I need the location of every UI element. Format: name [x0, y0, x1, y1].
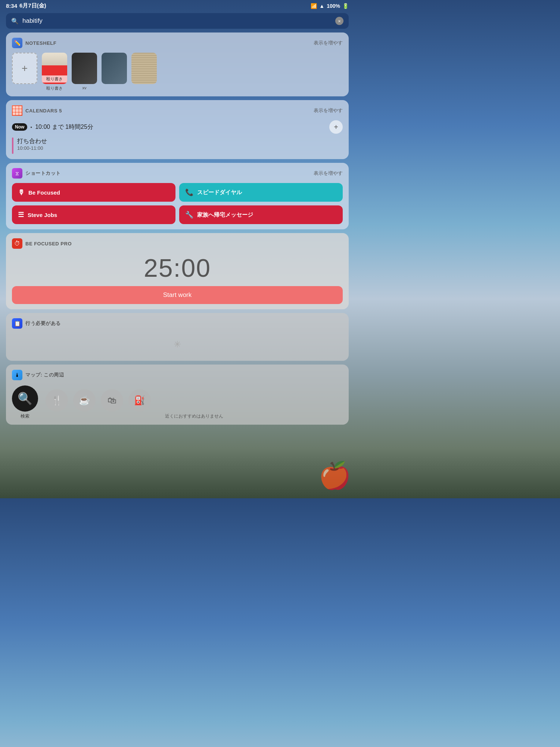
- calendars-widget: CALENDARS 5 表示を増やす Now ● 10:00 まで 1時間25分…: [6, 100, 349, 159]
- maps-category-icons: 🍴 ☕ 🛍 ⛽: [46, 389, 343, 412]
- status-left: 8:34 6月7日(金): [6, 2, 46, 9]
- event-details: 打ち合わせ 10:00-11:00: [17, 137, 47, 151]
- maps-cats-col: 🍴 ☕ 🛍 ⛽ 近くにおすすめはありません: [46, 389, 343, 419]
- shortcuts-icon: ⧖: [12, 168, 22, 179]
- maps-cat-food[interactable]: 🍴: [46, 389, 68, 412]
- habitify-header-left: 📋 行う必要がある: [12, 318, 61, 329]
- shortcut-button-4[interactable]: 🔧 家族へ帰宅メッセージ: [179, 205, 343, 224]
- start-work-button[interactable]: Start work: [12, 286, 343, 304]
- shortcut-icon-4: 🔧: [185, 211, 193, 219]
- status-bar: 8:34 6月7日(金) 📶 ▲ 100% 🔋: [0, 0, 355, 11]
- calendar-event: 打ち合わせ 10:00-11:00: [12, 137, 343, 154]
- book-label-1: 殴り書き: [42, 86, 67, 91]
- location-icon: ▲: [319, 3, 324, 9]
- now-badge: Now: [12, 123, 27, 131]
- noteshelf-title: NOTESHELF: [25, 40, 56, 46]
- noteshelf-book-3[interactable]: [102, 53, 127, 84]
- maps-search-label: 検索: [12, 413, 38, 419]
- maps-search-col: 🔍 検索: [12, 385, 38, 419]
- shortcut-label-3: Steve Jobs: [28, 212, 57, 218]
- search-clear-button[interactable]: ×: [335, 17, 343, 25]
- maps-icon: 🌡: [12, 370, 22, 380]
- shortcut-button-2[interactable]: 📞 スピードダイヤル: [179, 183, 343, 202]
- calendar-time-until: 10:00 まで 1時間25分: [35, 123, 93, 131]
- noteshelf-widget: ✏️ NOTESHELF 表示を増やす + 殴り書き 殴り書き xv: [6, 32, 349, 96]
- shortcut-icon-1: 🎙: [18, 189, 25, 196]
- maps-icons-row: 🔍 検索 🍴 ☕ 🛍 ⛽ 近くにおすすめはありません: [12, 385, 343, 419]
- noteshelf-header-left: ✏️ NOTESHELF: [12, 38, 56, 48]
- wifi-icon: 📶: [311, 3, 317, 9]
- noteshelf-icon: ✏️: [12, 38, 22, 48]
- noteshelf-book-1-label: 殴り書き: [42, 75, 67, 83]
- calendars-show-more[interactable]: 表示を増やす: [314, 107, 343, 114]
- calendars-header: CALENDARS 5 表示を増やす: [12, 105, 343, 116]
- noteshelf-book-2[interactable]: [72, 53, 97, 84]
- shortcuts-widget: ⧖ ショートカット 表示を増やす 🎙 Be Focused 📞 スピードダイヤル…: [6, 163, 349, 229]
- befocused-icon: ⏱: [12, 238, 22, 249]
- maps-cat-shopping[interactable]: 🛍: [101, 389, 123, 412]
- dot-separator: ●: [30, 125, 32, 129]
- shortcut-button-1[interactable]: 🎙 Be Focused: [12, 183, 175, 202]
- noteshelf-header: ✏️ NOTESHELF 表示を増やす: [12, 38, 343, 48]
- maps-cat-gas[interactable]: ⛽: [128, 389, 151, 412]
- shortcuts-header: ⧖ ショートカット 表示を増やす: [12, 168, 343, 179]
- event-time: 10:00-11:00: [17, 145, 47, 151]
- shortcut-icon-3: ☰: [18, 211, 24, 219]
- habitify-loading: ✳: [12, 333, 343, 356]
- shortcut-button-3[interactable]: ☰ Steve Jobs: [12, 205, 175, 224]
- habitify-header: 📋 行う必要がある: [12, 318, 343, 329]
- shortcut-label-1: Be Focused: [28, 189, 60, 196]
- noteshelf-books-row: + 殴り書き: [12, 53, 343, 84]
- befocused-widget: ⏱ BE FOCUSED PRO 25:00 Start work: [6, 233, 349, 309]
- time: 8:34: [6, 3, 17, 9]
- calendar-time-row: Now ● 10:00 まで 1時間25分 +: [12, 120, 343, 134]
- maps-header-left: 🌡 マップ: この周辺: [12, 370, 64, 380]
- timer-display: 25:00: [12, 253, 343, 282]
- shortcuts-grid: 🎙 Be Focused 📞 スピードダイヤル ☰ Steve Jobs 🔧 家…: [12, 183, 343, 224]
- maps-header: 🌡 マップ: この周辺: [12, 370, 343, 380]
- calendars-title: CALENDARS 5: [25, 108, 62, 114]
- decorative-apple: 🍎: [318, 460, 351, 491]
- maps-widget: 🌡 マップ: この周辺 🔍 検索 🍴 ☕ 🛍 ⛽ 近くにおすすめはありません: [6, 365, 349, 425]
- shortcuts-title: ショートカット: [25, 170, 61, 177]
- shortcut-icon-2: 📞: [185, 188, 193, 196]
- search-icon: 🔍: [11, 18, 19, 25]
- calendars-icon: [12, 105, 22, 116]
- noteshelf-show-more[interactable]: 表示を増やす: [314, 40, 343, 46]
- shortcut-label-2: スピードダイヤル: [197, 189, 242, 196]
- status-right: 📶 ▲ 100% 🔋: [311, 3, 349, 9]
- calendar-add-button[interactable]: +: [329, 120, 343, 134]
- event-color-bar: [12, 137, 13, 154]
- calendars-header-left: CALENDARS 5: [12, 105, 62, 116]
- search-bar[interactable]: 🔍 habitify ×: [6, 13, 349, 29]
- habitify-icon: 📋: [12, 318, 22, 329]
- befocused-header-left: ⏱ BE FOCUSED PRO: [12, 238, 72, 249]
- shortcut-label-4: 家族へ帰宅メッセージ: [197, 211, 253, 218]
- maps-no-recommend: 近くにおすすめはありません: [46, 413, 343, 419]
- habitify-title: 行う必要がある: [25, 320, 61, 327]
- event-title: 打ち合わせ: [17, 137, 47, 145]
- shortcuts-header-left: ⧖ ショートカット: [12, 168, 61, 179]
- maps-cat-cafe[interactable]: ☕: [73, 389, 96, 412]
- search-input[interactable]: habitify: [22, 17, 332, 25]
- date: 6月7日(金): [19, 2, 46, 9]
- battery-icon: 🔋: [342, 3, 349, 9]
- shortcuts-show-more[interactable]: 表示を増やす: [314, 170, 343, 177]
- noteshelf-book-1[interactable]: 殴り書き: [42, 53, 67, 84]
- noteshelf-add-button[interactable]: +: [12, 53, 37, 84]
- maps-search-icon[interactable]: 🔍: [12, 385, 38, 412]
- befocused-header: ⏱ BE FOCUSED PRO: [12, 238, 343, 249]
- calendar-time-info: Now ● 10:00 まで 1時間25分: [12, 123, 93, 131]
- book-label-2: xv: [72, 86, 97, 91]
- befocused-title: BE FOCUSED PRO: [25, 241, 72, 247]
- noteshelf-book-4[interactable]: [131, 53, 157, 84]
- battery: 100%: [327, 3, 340, 9]
- habitify-widget: 📋 行う必要がある ✳: [6, 313, 349, 361]
- maps-title: マップ: この周辺: [25, 372, 64, 378]
